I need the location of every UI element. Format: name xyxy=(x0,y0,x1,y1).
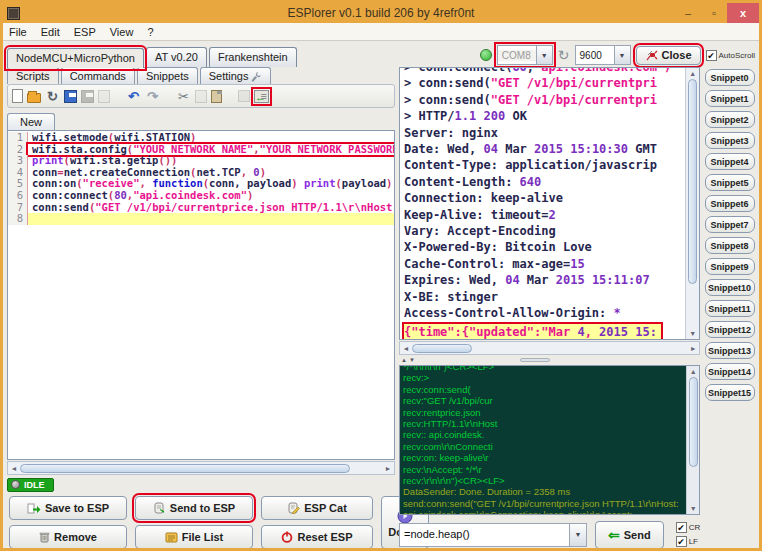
code-line-7[interactable]: 7conn:send("GET /v1/bpi/currentprice.jso… xyxy=(8,202,395,214)
console-line: recv:"GET /v1/bpi/cur xyxy=(403,395,686,406)
scroll-right-icon[interactable]: ► xyxy=(687,345,699,352)
close-window-button[interactable]: x xyxy=(727,3,759,23)
snippet-button-snippet7[interactable]: Snippet7 xyxy=(705,216,755,233)
divider-grip[interactable] xyxy=(520,358,550,362)
menu-edit[interactable]: Edit xyxy=(41,26,60,38)
collapse-up-icon[interactable]: ▲ xyxy=(401,357,407,363)
serial-terminal[interactable]: > conn:connect(80,"api.coindesk.com")> c… xyxy=(399,67,700,340)
save-as-icon[interactable] xyxy=(81,90,94,103)
save-to-esp-button[interactable]: Save to ESP xyxy=(9,496,127,520)
scroll-up-icon[interactable]: ▲ xyxy=(689,68,696,79)
console-vertical-scrollbar[interactable]: ▲ ▼ xyxy=(686,366,699,514)
collapse-down-icon[interactable]: ▼ xyxy=(409,357,415,363)
snippet-button-snippet13[interactable]: Snippet13 xyxy=(705,342,755,359)
snippet-button-snippet15[interactable]: Snippet15 xyxy=(705,384,755,401)
terminal-line: > conn:send("GET /v1/bpi/currentpri xyxy=(404,75,685,91)
terminal-line: Vary: Accept-Encoding xyxy=(404,223,685,239)
chevron-down-icon[interactable]: ▼ xyxy=(614,46,630,64)
snippet-button-snippet11[interactable]: Snippet11 xyxy=(705,300,755,317)
snippet-button-snippet2[interactable]: Snippet2 xyxy=(705,111,755,128)
new-file-icon[interactable] xyxy=(12,89,23,103)
cr-checkbox[interactable]: ✔ CR xyxy=(676,522,701,533)
send-to-esp-button[interactable]: Send to ESP xyxy=(135,496,253,520)
send-to-esp-icon[interactable] xyxy=(254,90,269,103)
menu-help[interactable]: ? xyxy=(147,26,153,38)
menu-view[interactable]: View xyxy=(110,26,134,38)
refresh-ports-icon[interactable]: ↻ xyxy=(558,48,570,62)
redo-icon[interactable]: ↷ xyxy=(145,89,160,104)
esp-cat-button[interactable]: ESP Cat xyxy=(261,496,373,520)
snippet-button-snippet4[interactable]: Snippet4 xyxy=(705,153,755,170)
tab-nodemcu-micropython[interactable]: NodeMCU+MicroPython xyxy=(7,48,144,68)
reset-esp-button[interactable]: Reset ESP xyxy=(261,525,373,549)
code-editor[interactable]: 1wifi.setmode(wifi.STATION)2wifi.sta.con… xyxy=(7,130,395,460)
scroll-down-icon[interactable]: ▼ xyxy=(689,328,696,339)
snippet-button-snippet12[interactable]: Snippet12 xyxy=(705,321,755,338)
export-icon[interactable] xyxy=(238,90,250,102)
folder-list-icon xyxy=(165,532,178,543)
chevron-down-icon[interactable]: ▼ xyxy=(536,46,552,64)
reload-icon[interactable]: ↻ xyxy=(45,89,60,104)
com-port-select[interactable]: COM8 ▼ xyxy=(497,45,553,65)
close-port-button[interactable]: Close xyxy=(636,46,701,65)
minimize-button[interactable]: – xyxy=(675,3,701,23)
debug-console[interactable]: */*\r\n\r\n")<CR><LF>recv:>recv:conn:sen… xyxy=(399,365,700,515)
cut-icon[interactable]: ✂ xyxy=(176,89,191,104)
menu-file[interactable]: File xyxy=(9,26,27,38)
send-button[interactable]: ⇐ Send xyxy=(595,521,664,549)
scrollbar-thumb[interactable] xyxy=(412,344,472,353)
lf-checkbox[interactable]: ✔ LF xyxy=(676,536,701,547)
terminal-line: Keep-Alive: timeout=2 xyxy=(404,207,685,223)
snippet-button-snippet1[interactable]: Snippet1 xyxy=(705,90,755,107)
maximize-button[interactable]: ▫ xyxy=(701,3,727,23)
scroll-left-icon[interactable]: ◄ xyxy=(400,345,412,352)
command-input[interactable]: =node.heap() xyxy=(400,524,569,546)
status-dot-icon xyxy=(11,480,20,489)
scrollbar-thumb[interactable] xyxy=(20,464,350,473)
scroll-down-icon[interactable]: ▼ xyxy=(690,503,697,514)
scrollbar-thumb[interactable] xyxy=(688,79,697,284)
snippet-button-snippet14[interactable]: Snippet14 xyxy=(705,363,755,380)
paste-icon[interactable] xyxy=(211,90,222,103)
snippet-button-snippet5[interactable]: Snippet5 xyxy=(705,174,755,191)
snippet-button-snippet10[interactable]: Snippet10 xyxy=(705,279,755,296)
snippet-button-snippet3[interactable]: Snippet3 xyxy=(705,132,755,149)
scroll-up-icon[interactable]: ▲ xyxy=(690,366,697,377)
tab-settings[interactable]: Settings xyxy=(200,67,272,84)
scrollbar-thumb[interactable] xyxy=(689,377,698,467)
remove-button[interactable]: Remove xyxy=(9,525,127,549)
snippet-button-snippet6[interactable]: Snippet6 xyxy=(705,195,755,212)
tab-frankenshtein[interactable]: Frankenshtein xyxy=(209,47,297,67)
file-list-button[interactable]: File List xyxy=(135,525,253,549)
snippet-button-snippet9[interactable]: Snippet9 xyxy=(705,258,755,275)
copy-icon[interactable] xyxy=(195,90,207,103)
terminal-line: Server: nginx xyxy=(404,125,685,141)
command-combobox[interactable]: =node.heap() ▼ xyxy=(399,523,587,547)
editor-horizontal-scrollbar[interactable]: ◄ ► xyxy=(7,461,395,475)
chevron-down-icon[interactable]: ▼ xyxy=(569,524,586,546)
code-line-8[interactable]: 8 xyxy=(8,213,395,225)
terminal-horizontal-scrollbar[interactable]: ◄ ► xyxy=(399,341,700,355)
menu-esp[interactable]: ESP xyxy=(74,26,96,38)
tab-at-v020[interactable]: AT v0.20 xyxy=(146,47,207,67)
scroll-left-icon[interactable]: ◄ xyxy=(8,465,20,472)
terminal-vertical-scrollbar[interactable]: ▲ ▼ xyxy=(685,68,699,339)
console-line: recv:: api.coindesk. xyxy=(403,429,686,440)
snippet-button-snippet0[interactable]: Snippet0 xyxy=(705,69,755,86)
save-icon[interactable] xyxy=(64,90,77,103)
snippet-button-snippet8[interactable]: Snippet8 xyxy=(705,237,755,254)
scroll-right-icon[interactable]: ► xyxy=(382,465,394,472)
open-file-icon[interactable] xyxy=(27,93,41,103)
tab-snippets[interactable]: Snippets xyxy=(137,67,198,84)
baud-rate-select[interactable]: 9600 ▼ xyxy=(575,45,631,65)
console-line: recv:HTTP/1.1\r\nHost xyxy=(403,418,686,429)
undo-icon[interactable]: ↶ xyxy=(126,89,141,104)
autoscroll-checkbox[interactable]: ✔ AutoScroll xyxy=(706,50,755,61)
editor-file-tab[interactable]: New xyxy=(7,113,55,130)
save-all-icon[interactable] xyxy=(98,90,110,103)
tab-commands[interactable]: Commands xyxy=(61,67,135,84)
tab-scripts[interactable]: Scripts xyxy=(7,67,59,84)
split-pane-divider[interactable]: ▲ ▼ xyxy=(399,355,700,365)
console-line: recv:on: keep-alive\r xyxy=(403,452,686,463)
editor-toolbar: ↻↶↷✂ xyxy=(7,84,395,108)
